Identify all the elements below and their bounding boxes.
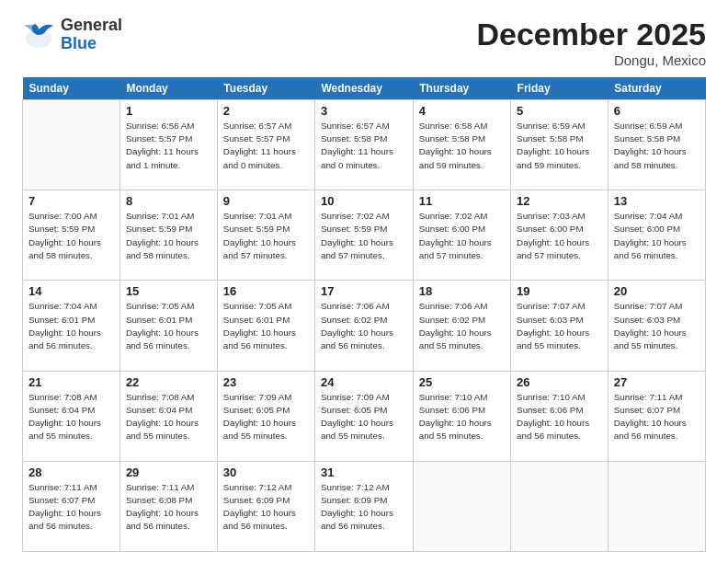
- day-info: Sunrise: 7:11 AM Sunset: 6:07 PM Dayligh…: [614, 391, 700, 443]
- weekday-header-wednesday: Wednesday: [314, 77, 413, 100]
- day-number: 4: [419, 104, 505, 118]
- day-cell: 13Sunrise: 7:04 AM Sunset: 6:00 PM Dayli…: [608, 190, 705, 281]
- day-info: Sunrise: 6:58 AM Sunset: 5:58 PM Dayligh…: [419, 120, 505, 172]
- day-info: Sunrise: 7:01 AM Sunset: 5:59 PM Dayligh…: [223, 210, 309, 262]
- day-cell: 27Sunrise: 7:11 AM Sunset: 6:07 PM Dayli…: [608, 371, 705, 461]
- day-info: Sunrise: 7:01 AM Sunset: 5:59 PM Dayligh…: [126, 210, 211, 262]
- weekday-header-saturday: Saturday: [608, 77, 705, 100]
- day-cell: 15Sunrise: 7:05 AM Sunset: 6:01 PM Dayli…: [119, 281, 217, 371]
- day-number: 25: [419, 375, 505, 389]
- weekday-header-monday: Monday: [119, 77, 217, 100]
- day-info: Sunrise: 7:05 AM Sunset: 6:01 PM Dayligh…: [223, 300, 309, 352]
- day-cell: 12Sunrise: 7:03 AM Sunset: 6:00 PM Dayli…: [511, 190, 609, 281]
- weekday-header-sunday: Sunday: [23, 77, 120, 100]
- day-cell: 9Sunrise: 7:01 AM Sunset: 5:59 PM Daylig…: [217, 190, 314, 281]
- day-cell: 3Sunrise: 6:57 AM Sunset: 5:58 PM Daylig…: [314, 100, 413, 190]
- logo: General Blue: [22, 17, 122, 53]
- day-info: Sunrise: 7:07 AM Sunset: 6:03 PM Dayligh…: [614, 300, 700, 352]
- day-number: 6: [614, 104, 700, 118]
- day-info: Sunrise: 7:12 AM Sunset: 6:09 PM Dayligh…: [321, 481, 407, 534]
- day-info: Sunrise: 7:07 AM Sunset: 6:03 PM Dayligh…: [517, 300, 602, 352]
- day-number: 3: [321, 104, 407, 118]
- week-row-2: 7Sunrise: 7:00 AM Sunset: 5:59 PM Daylig…: [23, 190, 706, 281]
- day-number: 11: [419, 194, 505, 208]
- day-number: 13: [614, 194, 700, 208]
- day-info: Sunrise: 7:05 AM Sunset: 6:01 PM Dayligh…: [126, 300, 211, 352]
- day-info: Sunrise: 6:56 AM Sunset: 5:57 PM Dayligh…: [126, 120, 211, 172]
- title-block: December 2025 Dongu, Mexico: [476, 17, 706, 68]
- day-info: Sunrise: 7:00 AM Sunset: 5:59 PM Dayligh…: [28, 210, 114, 262]
- day-info: Sunrise: 7:11 AM Sunset: 6:08 PM Dayligh…: [126, 481, 211, 534]
- day-number: 16: [223, 284, 309, 298]
- day-cell: 4Sunrise: 6:58 AM Sunset: 5:58 PM Daylig…: [413, 100, 510, 190]
- day-cell: 30Sunrise: 7:12 AM Sunset: 6:09 PM Dayli…: [217, 461, 314, 551]
- day-cell: 23Sunrise: 7:09 AM Sunset: 6:05 PM Dayli…: [217, 371, 314, 461]
- week-row-4: 21Sunrise: 7:08 AM Sunset: 6:04 PM Dayli…: [23, 371, 706, 461]
- day-number: 7: [28, 194, 114, 208]
- day-info: Sunrise: 6:59 AM Sunset: 5:58 PM Dayligh…: [614, 120, 700, 172]
- day-number: 9: [223, 194, 309, 208]
- day-info: Sunrise: 7:06 AM Sunset: 6:02 PM Dayligh…: [321, 300, 407, 352]
- day-cell: 22Sunrise: 7:08 AM Sunset: 6:04 PM Dayli…: [119, 371, 217, 461]
- day-cell: 24Sunrise: 7:09 AM Sunset: 6:05 PM Dayli…: [314, 371, 413, 461]
- day-number: 19: [517, 284, 602, 298]
- day-cell: 16Sunrise: 7:05 AM Sunset: 6:01 PM Dayli…: [217, 281, 314, 371]
- day-cell: 28Sunrise: 7:11 AM Sunset: 6:07 PM Dayli…: [23, 461, 120, 551]
- logo-general: General: [61, 17, 122, 35]
- day-info: Sunrise: 7:04 AM Sunset: 6:01 PM Dayligh…: [28, 300, 114, 352]
- day-number: 18: [419, 284, 505, 298]
- day-info: Sunrise: 7:10 AM Sunset: 6:06 PM Dayligh…: [517, 391, 602, 443]
- month-title: December 2025: [476, 17, 706, 52]
- day-cell: 10Sunrise: 7:02 AM Sunset: 5:59 PM Dayli…: [314, 190, 413, 281]
- day-cell: 1Sunrise: 6:56 AM Sunset: 5:57 PM Daylig…: [119, 100, 217, 190]
- week-row-3: 14Sunrise: 7:04 AM Sunset: 6:01 PM Dayli…: [23, 281, 706, 371]
- day-cell: 14Sunrise: 7:04 AM Sunset: 6:01 PM Dayli…: [23, 281, 120, 371]
- day-info: Sunrise: 7:09 AM Sunset: 6:05 PM Dayligh…: [321, 391, 407, 443]
- day-cell: [413, 461, 510, 551]
- day-cell: 11Sunrise: 7:02 AM Sunset: 6:00 PM Dayli…: [413, 190, 510, 281]
- day-number: 21: [28, 375, 114, 389]
- day-number: 28: [28, 465, 114, 479]
- page: General Blue December 2025 Dongu, Mexico…: [0, 0, 728, 563]
- day-number: 27: [614, 375, 700, 389]
- day-number: 5: [517, 104, 602, 118]
- logo-icon: [22, 18, 55, 52]
- day-info: Sunrise: 7:11 AM Sunset: 6:07 PM Dayligh…: [28, 481, 114, 534]
- day-info: Sunrise: 7:10 AM Sunset: 6:06 PM Dayligh…: [419, 391, 505, 443]
- day-number: 17: [321, 284, 407, 298]
- day-cell: 25Sunrise: 7:10 AM Sunset: 6:06 PM Dayli…: [413, 371, 510, 461]
- day-info: Sunrise: 6:57 AM Sunset: 5:58 PM Dayligh…: [321, 120, 407, 172]
- day-number: 14: [28, 284, 114, 298]
- day-cell: 26Sunrise: 7:10 AM Sunset: 6:06 PM Dayli…: [511, 371, 609, 461]
- day-info: Sunrise: 7:08 AM Sunset: 6:04 PM Dayligh…: [28, 391, 114, 443]
- day-info: Sunrise: 7:02 AM Sunset: 5:59 PM Dayligh…: [321, 210, 407, 262]
- header: General Blue December 2025 Dongu, Mexico: [22, 17, 706, 68]
- weekday-header-thursday: Thursday: [413, 77, 510, 100]
- location: Dongu, Mexico: [476, 52, 706, 68]
- day-cell: 8Sunrise: 7:01 AM Sunset: 5:59 PM Daylig…: [119, 190, 217, 281]
- logo-blue: Blue: [61, 35, 122, 53]
- day-cell: [23, 100, 120, 190]
- day-info: Sunrise: 7:08 AM Sunset: 6:04 PM Dayligh…: [126, 391, 211, 443]
- day-cell: [608, 461, 705, 551]
- day-cell: 19Sunrise: 7:07 AM Sunset: 6:03 PM Dayli…: [511, 281, 609, 371]
- day-number: 26: [517, 375, 602, 389]
- day-number: 1: [126, 104, 211, 118]
- calendar: SundayMondayTuesdayWednesdayThursdayFrid…: [22, 77, 706, 552]
- day-cell: 31Sunrise: 7:12 AM Sunset: 6:09 PM Dayli…: [314, 461, 413, 551]
- weekday-header-friday: Friday: [511, 77, 609, 100]
- day-cell: 29Sunrise: 7:11 AM Sunset: 6:08 PM Dayli…: [119, 461, 217, 551]
- day-number: 23: [223, 375, 309, 389]
- day-info: Sunrise: 6:57 AM Sunset: 5:57 PM Dayligh…: [223, 120, 309, 172]
- week-row-5: 28Sunrise: 7:11 AM Sunset: 6:07 PM Dayli…: [23, 461, 706, 551]
- week-row-1: 1Sunrise: 6:56 AM Sunset: 5:57 PM Daylig…: [23, 100, 706, 190]
- day-info: Sunrise: 7:06 AM Sunset: 6:02 PM Dayligh…: [419, 300, 505, 352]
- day-cell: 21Sunrise: 7:08 AM Sunset: 6:04 PM Dayli…: [23, 371, 120, 461]
- day-cell: 20Sunrise: 7:07 AM Sunset: 6:03 PM Dayli…: [608, 281, 705, 371]
- day-cell: 7Sunrise: 7:00 AM Sunset: 5:59 PM Daylig…: [23, 190, 120, 281]
- weekday-header-row: SundayMondayTuesdayWednesdayThursdayFrid…: [23, 77, 706, 100]
- day-number: 15: [126, 284, 211, 298]
- day-cell: 5Sunrise: 6:59 AM Sunset: 5:58 PM Daylig…: [511, 100, 609, 190]
- day-info: Sunrise: 7:04 AM Sunset: 6:00 PM Dayligh…: [614, 210, 700, 262]
- day-info: Sunrise: 6:59 AM Sunset: 5:58 PM Dayligh…: [517, 120, 602, 172]
